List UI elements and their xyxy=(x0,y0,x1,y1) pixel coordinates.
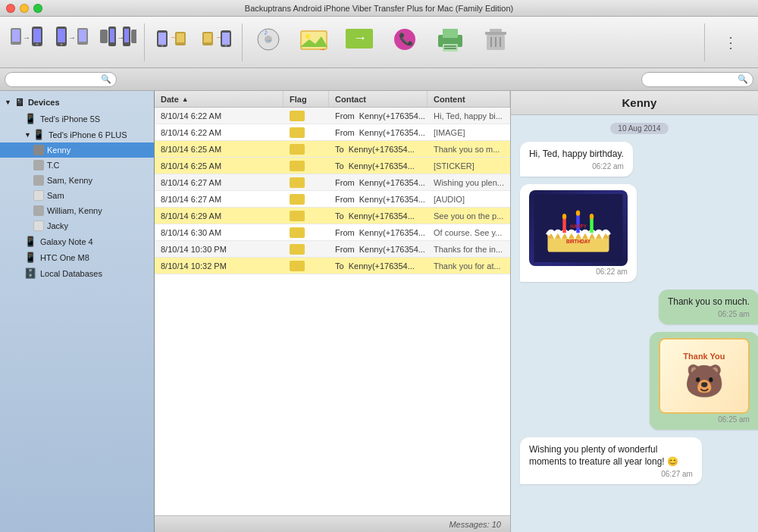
table-row[interactable]: 8/10/14 10:32 PM To Kenny(+176354... Tha… xyxy=(155,258,510,274)
svg-rect-60 xyxy=(590,217,594,233)
toolbar-btn-phone[interactable]: 📞 xyxy=(384,20,426,64)
th-contact[interactable]: Contact xyxy=(329,91,428,107)
jacky-avatar-icon xyxy=(33,221,44,231)
td-content: [STICKER] xyxy=(428,158,510,174)
table-row[interactable]: 8/10/14 6:22 AM From Kenny(+176354... Hi… xyxy=(155,108,510,124)
th-date[interactable]: Date ▲ xyxy=(155,91,283,107)
multi-device-icon: → xyxy=(100,23,136,59)
td-content: Thanks for the in... xyxy=(428,241,510,257)
td-flag xyxy=(283,241,329,257)
flag-icon xyxy=(290,177,305,188)
table-row[interactable]: 8/10/14 6:29 AM To Kenny(+176354... See … xyxy=(155,208,510,224)
table-row[interactable]: 8/10/14 6:27 AM From Kenny(+176354... Wi… xyxy=(155,174,510,191)
svg-point-21 xyxy=(161,45,164,47)
devices-section-header[interactable]: ▼ 🖥 Devices xyxy=(0,94,154,111)
toolbar-btn-backup[interactable]: → xyxy=(149,20,192,64)
minimize-button[interactable] xyxy=(20,4,29,13)
td-contact: To Kenny(+176354... xyxy=(329,158,428,174)
table-row[interactable]: 8/10/14 6:25 AM To Kenny(+176354... Than… xyxy=(155,141,510,158)
close-button[interactable] xyxy=(6,4,15,13)
svg-rect-17 xyxy=(124,29,129,42)
table-row[interactable]: 8/10/14 6:27 AM From Kenny(+176354... [A… xyxy=(155,191,510,208)
td-contact: From Kenny(+176354... xyxy=(329,124,428,140)
th-content-label: Content xyxy=(434,95,465,104)
main-area: ▼ 🖥 Devices 📱 Ted's iPhone 5S ▼ 📱 Ted's … xyxy=(0,91,758,532)
left-search-box[interactable]: 🔍 xyxy=(5,72,117,87)
sidebar-item-local-databases[interactable]: 🗄️ Local Databases xyxy=(0,265,154,281)
msg-sent-3: Thank you so much.06:25 am xyxy=(659,289,758,324)
msg-time: 06:25 am xyxy=(668,310,750,318)
td-contact: To Kenny(+176354... xyxy=(329,141,428,157)
backup-icon: → xyxy=(154,24,187,58)
sidebar-item-iphone5s[interactable]: 📱 Ted's iPhone 5S xyxy=(0,111,154,127)
toolbar-divider-right xyxy=(704,23,705,61)
td-contact: From Kenny(+176354... xyxy=(329,108,428,124)
svg-rect-4 xyxy=(33,29,41,42)
toolbar-btn-print[interactable] xyxy=(429,20,471,64)
th-content[interactable]: Content xyxy=(428,91,510,107)
toolbar-btn-export[interactable]: → xyxy=(338,20,381,64)
sidebar-item-galaxy[interactable]: 📱 Galaxy Note 4 xyxy=(0,233,154,249)
td-flag xyxy=(283,258,329,274)
table-row[interactable]: 8/10/14 6:22 AM From Kenny(+176354... [I… xyxy=(155,124,510,141)
toolbar-btn-restore[interactable]: → xyxy=(195,20,237,64)
sam-avatar-icon xyxy=(33,190,44,201)
th-flag[interactable]: Flag xyxy=(283,91,329,107)
right-search-box[interactable]: 🔍 xyxy=(641,72,753,87)
flag-icon xyxy=(290,127,305,138)
td-date: 8/10/14 6:27 AM xyxy=(155,191,283,207)
flag-icon xyxy=(290,211,305,221)
table-row[interactable]: 8/10/14 6:30 AM From Kenny(+176354... Of… xyxy=(155,224,510,241)
sidebar-item-sam-kenny[interactable]: Sam, Kenny xyxy=(0,173,154,188)
chat-date-badge: 10 Aug 2014 xyxy=(610,123,668,134)
status-bar: Messages: 10 xyxy=(155,515,510,532)
sidebar-item-kenny[interactable]: Kenny xyxy=(0,142,154,158)
sort-arrow-icon: ▲ xyxy=(182,95,189,103)
galaxy-icon: 📱 xyxy=(24,236,36,247)
svg-text:📞: 📞 xyxy=(399,32,414,46)
msg-received-1: Hi, Ted, happy birthday.06:22 am xyxy=(520,142,633,177)
th-date-label: Date xyxy=(161,95,179,104)
sam-kenny-avatar-icon xyxy=(33,175,44,186)
iphone5s-label: Ted's iPhone 5S xyxy=(40,114,100,124)
sidebar-item-jacky[interactable]: Jacky xyxy=(0,218,154,233)
right-search-input[interactable] xyxy=(647,75,738,84)
msg-time: 06:22 am xyxy=(529,162,624,171)
td-content: Of course. See y... xyxy=(428,224,510,240)
sam-label: Sam xyxy=(47,191,64,200)
sidebar-item-tc[interactable]: T.C xyxy=(0,158,154,173)
svg-point-63 xyxy=(590,214,594,219)
flag-icon xyxy=(290,261,305,271)
sidebar-item-iphone6plus[interactable]: ▼ 📱 Ted's iPhone 6 PLUS xyxy=(0,127,154,142)
photos-icon: → xyxy=(297,24,330,58)
sidebar-item-htc[interactable]: 📱 HTC One M8 xyxy=(0,249,154,265)
td-flag xyxy=(283,208,329,224)
td-content: See you on the p... xyxy=(428,208,510,224)
toolbar-btn-android-to-iphone[interactable]: → xyxy=(6,20,49,64)
toolbar-btn-multi-device[interactable]: → xyxy=(97,20,139,64)
left-search-input[interactable] xyxy=(10,75,101,84)
toolbar-btn-music[interactable]: ♪ → xyxy=(247,20,290,64)
td-contact: From Kenny(+176354... xyxy=(329,174,428,190)
sidebar-item-sam[interactable]: Sam xyxy=(0,188,154,203)
svg-text:HAPPY: HAPPY xyxy=(570,224,587,229)
td-content: [AUDIO] xyxy=(428,191,510,207)
table-row[interactable]: 8/10/14 6:25 AM To Kenny(+176354... [STI… xyxy=(155,158,510,174)
td-date: 8/10/14 10:32 PM xyxy=(155,258,283,274)
left-search-icon[interactable]: 🔍 xyxy=(101,74,111,84)
svg-text:♪: ♪ xyxy=(264,27,268,36)
chat-panel: Kenny 10 Aug 2014Hi, Ted, happy birthday… xyxy=(510,91,758,532)
flag-icon xyxy=(290,111,305,121)
iphone6plus-icon: 📱 xyxy=(33,129,45,140)
toolbar-btn-trash[interactable] xyxy=(475,20,517,64)
td-contact: From Kenny(+176354... xyxy=(329,191,428,207)
sidebar-item-william-kenny[interactable]: William, Kenny xyxy=(0,203,154,218)
toolbar-btn-more[interactable]: ⋮ xyxy=(709,20,752,64)
toolbar-btn-iphone-to-android[interactable]: → xyxy=(52,20,94,64)
maximize-button[interactable] xyxy=(33,4,42,13)
svg-rect-20 xyxy=(158,33,166,45)
toolbar-btn-photos[interactable]: → xyxy=(293,20,335,64)
right-search-icon[interactable]: 🔍 xyxy=(738,74,748,84)
svg-rect-11 xyxy=(79,30,86,42)
table-row[interactable]: 8/10/14 10:30 PM From Kenny(+176354... T… xyxy=(155,241,510,258)
